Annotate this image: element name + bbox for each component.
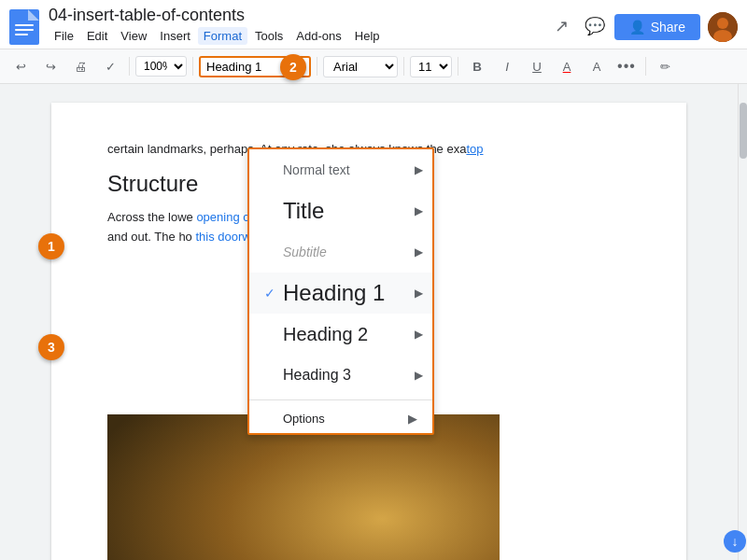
font-size-select[interactable]: 11 xyxy=(410,56,452,77)
edit-mode-button[interactable]: ✏ xyxy=(652,53,678,79)
share-icon: 👤 xyxy=(629,20,645,35)
arrow-options: ▶ xyxy=(408,412,417,426)
doc-icon xyxy=(9,9,39,45)
chat-icon[interactable]: 💬 xyxy=(585,16,607,38)
dropdown-label-title: Title xyxy=(283,198,324,224)
more-button[interactable]: ••• xyxy=(613,53,640,79)
bold-button[interactable]: B xyxy=(464,53,490,79)
svg-rect-2 xyxy=(15,29,34,31)
title-actions: ↗ 💬 👤 Share xyxy=(555,12,738,42)
dropdown-label-normal: Normal text xyxy=(283,162,350,177)
menu-file[interactable]: File xyxy=(49,27,79,45)
menu-help[interactable]: Help xyxy=(349,27,386,45)
menu-format[interactable]: Format xyxy=(198,27,247,45)
undo-button[interactable]: ↩ xyxy=(7,53,34,79)
annotation-3: 3 xyxy=(38,334,64,360)
svg-point-5 xyxy=(717,18,728,29)
dropdown-item-normal[interactable]: Normal text ▶ xyxy=(249,149,432,190)
dropdown-label-h2: Heading 2 xyxy=(283,324,368,345)
svg-rect-3 xyxy=(15,34,28,35)
spellcheck-button[interactable]: ✓ xyxy=(97,53,123,79)
dropdown-options[interactable]: Options ▶ xyxy=(249,404,432,433)
menu-bar: File Edit View Insert Format Tools Add-o… xyxy=(49,27,555,49)
dropdown-divider xyxy=(249,399,432,400)
title-area: 04-insert-table-of-contents File Edit Vi… xyxy=(49,6,555,49)
annotation-1: 1 xyxy=(38,233,64,259)
font-select[interactable]: Arial xyxy=(323,56,398,77)
scrollbar-right[interactable]: ↓ xyxy=(738,84,747,560)
doc-area[interactable]: 1 3 certain landmarks, perhaps. At any r… xyxy=(0,84,738,560)
dropdown-item-h1[interactable]: ✓ Heading 1 ▶ xyxy=(249,273,432,314)
dropdown-item-h3[interactable]: Heading 3 ▶ xyxy=(249,355,432,396)
scrollbar-thumb[interactable] xyxy=(740,103,747,159)
italic-button[interactable]: I xyxy=(494,53,520,79)
dropdown-label-subtitle: Subtitle xyxy=(283,245,327,259)
main-area: 1 3 certain landmarks, perhaps. At any r… xyxy=(0,84,747,560)
svg-rect-1 xyxy=(15,24,34,26)
arrow-normal: ▶ xyxy=(415,163,423,176)
dropdown-item-title[interactable]: Title ▶ xyxy=(249,190,432,231)
title-bar: 04-insert-table-of-contents File Edit Vi… xyxy=(0,0,747,49)
bee-image xyxy=(107,414,500,560)
arrow-subtitle: ▶ xyxy=(415,245,423,259)
format-dropdown: Normal text ▶ Title ▶ Subtitle ▶ ✓ xyxy=(247,147,434,435)
toolbar-divider-2 xyxy=(192,57,193,76)
menu-insert[interactable]: Insert xyxy=(154,27,196,45)
toolbar-divider-5 xyxy=(458,57,458,76)
arrow-h2: ▶ xyxy=(415,328,423,341)
zoom-select[interactable]: 100% xyxy=(135,56,187,77)
top-link[interactable]: top xyxy=(466,142,483,156)
highlight-button[interactable]: A xyxy=(584,53,610,79)
share-button[interactable]: 👤 Share xyxy=(614,14,700,40)
toolbar: ↩ ↪ 🖨 ✓ 100% Heading 1 ▾ Arial 11 B I U … xyxy=(0,49,747,84)
arrow-title: ▶ xyxy=(415,204,423,217)
menu-view[interactable]: View xyxy=(115,27,152,45)
dropdown-item-subtitle[interactable]: Subtitle ▶ xyxy=(249,231,432,273)
arrow-h1: ▶ xyxy=(415,287,423,300)
toolbar-divider-6 xyxy=(645,57,646,76)
menu-tools[interactable]: Tools xyxy=(249,27,289,45)
text-color-button[interactable]: A xyxy=(554,53,580,79)
toolbar-divider-3 xyxy=(317,57,317,76)
menu-edit[interactable]: Edit xyxy=(81,27,113,45)
svg-rect-0 xyxy=(9,9,39,45)
check-h1: ✓ xyxy=(264,286,283,301)
doc-title[interactable]: 04-insert-table-of-contents xyxy=(49,6,555,25)
trend-icon[interactable]: ↗ xyxy=(555,16,577,38)
annotation-2: 2 xyxy=(280,54,306,80)
scroll-to-bottom-button[interactable]: ↓ xyxy=(724,530,746,553)
underline-button[interactable]: U xyxy=(524,53,550,79)
toolbar-divider-1 xyxy=(129,57,130,76)
arrow-h3: ▶ xyxy=(415,369,423,382)
menu-addons[interactable]: Add-ons xyxy=(290,27,346,45)
redo-button[interactable]: ↪ xyxy=(37,53,63,79)
dropdown-label-h1: Heading 1 xyxy=(283,280,385,306)
toolbar-divider-4 xyxy=(403,57,404,76)
print-button[interactable]: 🖨 xyxy=(67,53,93,79)
arrow-down-icon: ↓ xyxy=(732,534,739,549)
dropdown-label-h3: Heading 3 xyxy=(283,367,351,384)
avatar[interactable] xyxy=(708,12,738,42)
dropdown-item-h2[interactable]: Heading 2 ▶ xyxy=(249,314,432,355)
doc-page: 1 3 certain landmarks, perhaps. At any r… xyxy=(51,103,686,560)
